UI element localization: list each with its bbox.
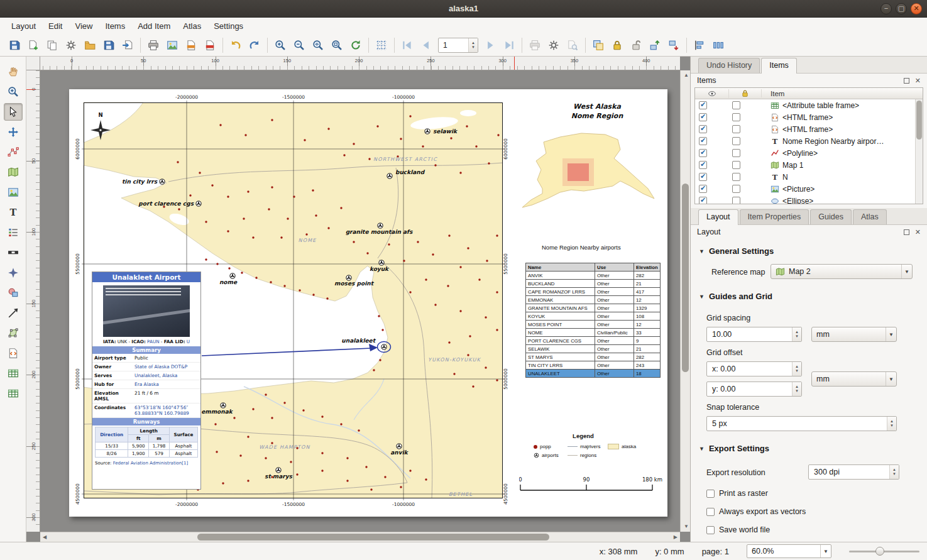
add-picture-tool[interactable] [4,184,23,201]
source-link[interactable]: Federal Aviation Administration [113,461,182,466]
edit-nodes-item-tool[interactable] [4,143,23,161]
airport-row-nome[interactable]: NOMECivilian/Public33 [526,329,661,337]
zoom-actual-button[interactable] [309,36,327,55]
visibility-checkbox[interactable] [699,137,707,145]
undo-button[interactable] [226,36,245,55]
menu-edit[interactable]: Edit [42,19,69,33]
add-arrow-tool[interactable] [4,304,23,322]
add-legend-tool[interactable] [4,224,23,241]
panel-tab-layout[interactable]: Layout [698,209,738,225]
zoom-in-button[interactable] [271,36,290,55]
redo-button[interactable] [245,36,264,55]
airport-row-st-marys[interactable]: ST MARYSOther282 [526,353,661,361]
add-shape-tool[interactable] [4,284,23,302]
map-title-label[interactable]: West Alaska Nome Region [547,102,647,121]
lower-items-button[interactable] [664,36,683,55]
atlas-next-button[interactable] [481,36,500,55]
zoom-out-button[interactable] [290,36,309,55]
visibility-checkbox[interactable] [699,185,707,193]
general-settings-group[interactable]: ▼General Settings [699,246,774,256]
print-layout-button[interactable] [144,36,163,55]
lock-checkbox[interactable] [732,149,740,157]
airports-attribute-table[interactable]: NameUseElevation ANVIKOther282BUCKLANDOt… [525,263,661,378]
vertical-scrollbar-thumb[interactable] [682,184,689,372]
checkbox-print-as-raster[interactable]: Print as raster [706,489,768,498]
export-as-image-button[interactable] [163,36,182,55]
legend-item[interactable]: Legend poppairportsmajriversregionsalask… [530,431,649,463]
reference-map-combobox[interactable]: Map 2 ▼ [771,264,913,279]
summary-value[interactable]: Era Alaska [133,380,200,388]
airport-row-buckland[interactable]: BUCKLANDOther21 [526,280,661,288]
distribute-items-button[interactable] [709,36,728,55]
visibility-checkbox[interactable] [699,173,707,181]
show-grid-button[interactable] [372,36,391,55]
chevron-down-icon[interactable]: ▼ [820,545,831,557]
scroll-down-arrow[interactable]: ▼ [684,522,689,532]
float-panel-icon[interactable] [904,229,909,235]
items-row-nome-region-nearby-airpor[interactable]: Nome Region Nearby airpor… [695,135,923,147]
chevron-down-icon[interactable]: ▼ [901,265,912,278]
airport-row-emmonak[interactable]: EMMONAKOther12 [526,296,661,304]
add-attribute-table-tool[interactable] [4,365,23,382]
atlas-page-spinbox[interactable]: 1▲▼ [438,38,478,53]
checkbox-box[interactable] [706,526,715,534]
menu-add-item[interactable]: Add Item [131,19,177,33]
vertical-ruler[interactable]: 050100150200250300 [26,70,40,532]
export-settings-group[interactable]: ▼Export Settings [699,444,769,453]
export-resolution-spinbox[interactable]: 300 dpi ▲▼ [808,464,899,480]
float-panel-icon[interactable] [904,78,909,84]
items-row-n[interactable]: N [695,171,923,183]
items-row-picture[interactable]: <Picture> [695,183,923,195]
items-row-html-frame[interactable]: <HTML frame> [695,111,923,123]
items-row-ellipse[interactable]: <Ellipse> [695,195,923,204]
lock-checkbox[interactable] [732,185,740,193]
runways-col-direction[interactable]: Direction [96,427,128,442]
items-scrollbar-thumb[interactable] [916,101,922,140]
grid-offset-y-spinbox[interactable]: y: 0.00 ▲▼ [706,382,802,397]
horizontal-scrollbar-thumb[interactable] [197,534,549,541]
items-row-map-1[interactable]: Map 1 [695,159,923,171]
checkbox-save-world-file[interactable]: Save world file [706,525,770,534]
checkbox-box[interactable] [706,490,715,498]
infobox-link[interactable]: U [185,339,190,344]
new-layout-button[interactable] [24,36,43,55]
airport-row-unalakleet[interactable]: UNALAKLEETOther18 [526,370,661,378]
preview-atlas-button[interactable] [563,36,582,55]
visibility-checkbox[interactable] [699,101,707,109]
export-as-pdf-button[interactable] [200,36,219,55]
horizontal-scrollbar[interactable]: ◀ ▶ [40,532,680,542]
save-as-template-button[interactable] [99,36,118,55]
menu-layout[interactable]: Layout [5,19,42,33]
lock-checkbox[interactable] [732,161,740,169]
titlebar[interactable]: alaska1 −▢✕ [0,0,927,18]
unalakleet-infobox[interactable]: Unalakleet Airport IATA: UNK - ICAO: PAU… [92,272,201,490]
layout-page[interactable]: selawikbucklandtin city lrrsport clarenc… [69,89,667,517]
items-scrollbar[interactable] [915,99,923,204]
add-html-tool[interactable] [4,344,23,362]
visibility-checkbox[interactable] [699,125,707,133]
atlas-settings-button[interactable] [544,36,563,55]
snap-tolerance-spinbox[interactable]: 5 px ▲▼ [706,416,897,431]
lock-checkbox[interactable] [732,113,740,121]
close-panel-icon[interactable]: ✕ [915,229,921,235]
visibility-checkbox[interactable] [699,161,707,169]
move-item-content-tool[interactable] [4,123,23,141]
scroll-right-arrow[interactable]: ▶ [674,532,677,542]
maximize-button[interactable]: ▢ [896,3,907,14]
zoom-tool-tool[interactable] [4,83,23,101]
unlock-items-button[interactable] [627,36,645,55]
vertical-scrollbar[interactable]: ▲ ▼ [680,70,690,532]
select-move-item-tool[interactable] [4,103,23,121]
lock-checkbox[interactable] [732,173,740,181]
close-panel-icon[interactable]: ✕ [915,78,921,84]
minimize-button[interactable]: − [880,3,892,14]
layout-manager-button[interactable] [62,36,80,55]
add-scalebar-tool[interactable] [4,244,23,261]
add-north-arrow-tool[interactable] [4,264,23,282]
atlas-prev-button[interactable] [417,36,436,55]
airport-row-cape-romanzof-lrrs[interactable]: CAPE ROMANZOF LRRSOther417 [526,288,661,296]
zoom-slider[interactable] [849,545,919,557]
menu-settings[interactable]: Settings [207,19,250,33]
lock-items-button[interactable] [608,36,627,55]
save-project-button[interactable] [5,36,24,55]
